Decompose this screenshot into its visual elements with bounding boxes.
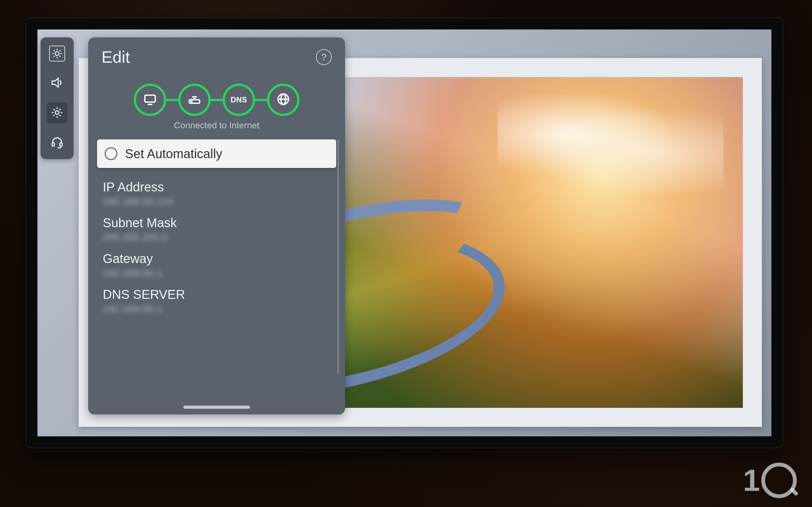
- sidebar-item-settings[interactable]: [47, 103, 67, 124]
- radio-unchecked-icon: [105, 147, 117, 160]
- network-edit-panel: Edit ?: [88, 38, 345, 414]
- tv-screen: Edit ?: [38, 30, 771, 436]
- field-dns-server[interactable]: DNS SERVER 192.168.50.1: [88, 281, 345, 317]
- help-icon: ?: [321, 52, 327, 62]
- field-label: DNS SERVER: [103, 287, 331, 302]
- router-icon: [188, 92, 201, 107]
- sidebar-item-picture[interactable]: [47, 43, 67, 64]
- svg-rect-11: [52, 143, 54, 147]
- svg-line-5: [54, 50, 55, 51]
- svg-line-6: [60, 56, 61, 57]
- home-indicator: [183, 406, 250, 409]
- chain-node-dns: DNS: [223, 83, 255, 116]
- sidebar-item-sound[interactable]: [47, 73, 67, 94]
- headset-icon: [50, 135, 64, 150]
- svg-rect-12: [60, 143, 62, 147]
- field-subnet-mask[interactable]: Subnet Mask 255.255.255.0: [88, 210, 345, 245]
- field-label: Gateway: [103, 251, 331, 266]
- panel-title: Edit: [101, 48, 130, 66]
- tv-icon: [143, 92, 157, 107]
- globe-icon: [276, 92, 290, 107]
- svg-marker-9: [52, 78, 58, 87]
- svg-point-16: [191, 101, 192, 102]
- svg-point-10: [55, 111, 59, 114]
- panel-body: Set Automatically IP Address 192.168.50.…: [88, 139, 345, 414]
- brightness-icon: [49, 46, 65, 61]
- chain-link: [211, 99, 223, 101]
- field-value: 192.168.50.1: [103, 303, 331, 314]
- tv-frame: Edit ?: [26, 17, 783, 448]
- svg-point-0: [55, 52, 59, 55]
- help-button[interactable]: ?: [316, 49, 332, 65]
- field-value: 192.168.50.123: [103, 196, 331, 207]
- field-ip-address[interactable]: IP Address 192.168.50.123: [88, 174, 345, 210]
- field-gateway[interactable]: Gateway 192.168.50.1: [88, 245, 345, 281]
- dns-label: DNS: [231, 95, 247, 104]
- chain-node-tv: [134, 83, 166, 116]
- svg-line-7: [60, 50, 61, 51]
- settings-sidebar: [41, 38, 73, 159]
- set-automatically-option[interactable]: Set Automatically: [97, 139, 336, 168]
- chain-link: [255, 99, 267, 101]
- chain-node-internet: [267, 83, 299, 116]
- speaker-icon: [50, 76, 64, 91]
- gear-icon: [50, 106, 64, 120]
- field-label: Subnet Mask: [103, 216, 331, 230]
- chain-link: [166, 99, 178, 101]
- scrollbar[interactable]: [338, 139, 339, 373]
- watermark-digit: 1: [743, 463, 760, 498]
- field-label: IP Address: [103, 180, 331, 194]
- sidebar-item-support[interactable]: [47, 132, 67, 153]
- magnifier-icon: [761, 463, 797, 498]
- svg-rect-13: [145, 95, 155, 102]
- watermark: 1: [743, 463, 797, 498]
- connection-chain: DNS: [88, 74, 345, 118]
- connection-status: Connected to Internet: [88, 118, 345, 139]
- svg-line-8: [54, 56, 55, 57]
- field-value: 255.255.255.0: [103, 232, 331, 243]
- chain-node-router: [178, 83, 211, 116]
- option-label: Set Automatically: [125, 147, 222, 161]
- field-value: 192.168.50.1: [103, 268, 331, 279]
